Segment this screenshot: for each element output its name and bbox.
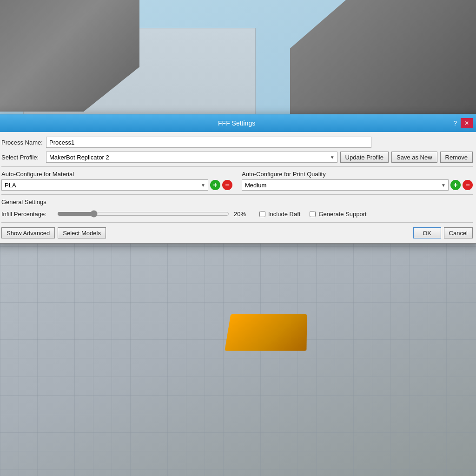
quality-select-row: Low Medium High Custom + − bbox=[242, 179, 473, 191]
cancel-button[interactable]: Cancel bbox=[444, 227, 473, 238]
profile-select[interactable]: MakerBot Replicator 2 bbox=[46, 152, 337, 163]
auto-configure-material-label: Auto-Configure for Material bbox=[1, 171, 232, 178]
quality-add-button[interactable]: + bbox=[450, 180, 461, 190]
infill-label: Infill Percentage: bbox=[1, 211, 53, 218]
infill-row: Infill Percentage: 20% Include Raft Gene… bbox=[1, 209, 473, 218]
quality-remove-button[interactable]: − bbox=[463, 180, 473, 190]
bottom-right-buttons: OK Cancel bbox=[413, 227, 473, 238]
remove-button[interactable]: Remove bbox=[440, 152, 473, 163]
process-name-label: Process Name: bbox=[1, 139, 43, 146]
material-remove-button[interactable]: − bbox=[222, 180, 232, 190]
divider-1 bbox=[1, 166, 473, 167]
quality-select[interactable]: Low Medium High Custom bbox=[242, 179, 449, 191]
auto-configure-section: Auto-Configure for Material PLA ABS PET … bbox=[1, 171, 473, 191]
material-add-button[interactable]: + bbox=[210, 180, 220, 190]
quality-col: Auto-Configure for Print Quality Low Med… bbox=[242, 171, 473, 191]
process-name-row: Process Name: bbox=[1, 137, 473, 148]
ok-button[interactable]: OK bbox=[413, 227, 441, 238]
generate-support-checkbox[interactable] bbox=[310, 211, 316, 217]
select-profile-label: Select Profile: bbox=[1, 154, 43, 161]
dialog-body: Process Name: Select Profile: MakerBot R… bbox=[0, 132, 476, 243]
material-select-row: PLA ABS PET Nylon + − bbox=[1, 179, 232, 191]
title-bar: FFF Settings ? ✕ bbox=[0, 114, 476, 132]
material-select[interactable]: PLA ABS PET Nylon bbox=[1, 179, 208, 191]
process-name-input[interactable] bbox=[46, 137, 371, 148]
close-button[interactable]: ✕ bbox=[461, 118, 473, 128]
include-raft-checkbox[interactable] bbox=[259, 211, 265, 217]
dialog-overlay: FFF Settings ? ✕ Process Name: Select Pr… bbox=[0, 114, 476, 244]
bottom-left-buttons: Show Advanced Select Models bbox=[1, 227, 106, 238]
dialog-title: FFF Settings bbox=[20, 119, 453, 127]
generate-support-label[interactable]: Generate Support bbox=[318, 211, 366, 218]
include-raft-group: Include Raft bbox=[259, 211, 300, 218]
infill-value: 20% bbox=[234, 211, 250, 218]
select-profile-row: Select Profile: MakerBot Replicator 2 Up… bbox=[1, 152, 473, 163]
help-button[interactable]: ? bbox=[453, 119, 457, 127]
infill-slider[interactable] bbox=[57, 209, 229, 218]
profile-select-wrapper: MakerBot Replicator 2 bbox=[46, 152, 337, 163]
bottom-row: Show Advanced Select Models OK Cancel bbox=[1, 227, 473, 238]
show-advanced-button[interactable]: Show Advanced bbox=[1, 227, 55, 238]
orange-model bbox=[225, 314, 307, 351]
save-as-new-button[interactable]: Save as New bbox=[391, 152, 437, 163]
include-raft-label[interactable]: Include Raft bbox=[268, 211, 300, 218]
generate-support-group: Generate Support bbox=[310, 211, 366, 218]
divider-2 bbox=[1, 194, 473, 195]
material-col: Auto-Configure for Material PLA ABS PET … bbox=[1, 171, 232, 191]
material-select-wrapper: PLA ABS PET Nylon bbox=[1, 179, 208, 191]
divider-3 bbox=[1, 222, 473, 223]
general-settings-title: General Settings bbox=[1, 198, 473, 205]
select-models-button[interactable]: Select Models bbox=[58, 227, 106, 238]
fff-settings-dialog: FFF Settings ? ✕ Process Name: Select Pr… bbox=[0, 114, 476, 244]
general-settings-section: General Settings Infill Percentage: 20% … bbox=[1, 198, 473, 218]
update-profile-button[interactable]: Update Profile bbox=[340, 152, 389, 163]
auto-configure-quality-label: Auto-Configure for Print Quality bbox=[242, 171, 473, 178]
quality-select-wrapper: Low Medium High Custom bbox=[242, 179, 449, 191]
